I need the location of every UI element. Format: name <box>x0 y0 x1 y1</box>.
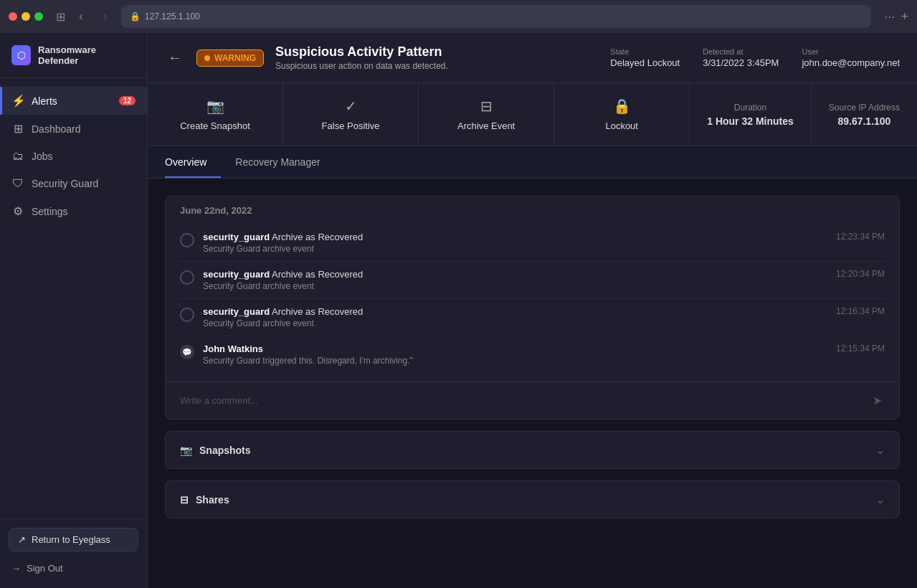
meta-state: State Delayed Lockout <box>610 47 680 69</box>
activity-text: security_guard Archive as Recovered <box>203 232 827 242</box>
return-label: Return to Eyeglass <box>32 534 110 545</box>
dashboard-icon: ⊞ <box>11 122 24 136</box>
meta-detected: Detected at 3/31/2022 3:45PM <box>703 47 779 69</box>
sidebar-label-jobs: Jobs <box>32 151 53 162</box>
archive-icon: ⊟ <box>480 98 493 115</box>
maximize-button[interactable] <box>34 12 43 21</box>
detected-value: 3/31/2022 3:45PM <box>703 57 779 68</box>
state-value: Delayed Lockout <box>610 57 680 68</box>
snapshots-left: 📷 Snapshots <box>180 445 251 456</box>
comment-input[interactable] <box>180 395 870 406</box>
url-actions: ··· + <box>884 9 908 24</box>
sidebar-bottom: ↗ Return to Eyeglass → Sign Out <box>0 518 147 588</box>
lockout-label: Lockout <box>605 120 638 131</box>
snapshots-icon: 📷 <box>180 445 192 456</box>
false-positive-button[interactable]: ✓ False Positive <box>283 83 419 146</box>
activity-time: 12:16:34 PM <box>836 306 885 316</box>
duration-value: 1 Hour 32 Minutes <box>707 115 794 127</box>
alert-subtitle: Suspicious user action on data was detec… <box>275 61 599 71</box>
back-button[interactable]: ← <box>165 47 185 69</box>
sidebar-item-jobs[interactable]: 🗂 Jobs <box>0 143 147 170</box>
sidebar-item-settings[interactable]: ⚙ Settings <box>0 197 147 225</box>
sidebar-item-security-guard[interactable]: 🛡 Security Guard <box>0 170 147 197</box>
send-comment-button[interactable]: ➤ <box>870 391 885 410</box>
return-to-eyeglass-button[interactable]: ↗ Return to Eyeglass <box>9 528 138 551</box>
alerts-icon: ⚡ <box>11 94 24 108</box>
alert-header: ← WARNING Suspicious Activity Pattern Su… <box>148 33 917 83</box>
app-container: ⬡ Ransomware Defender ⚡ Alerts 12 ⊞ Dash… <box>0 33 917 588</box>
sidebar-nav: ⚡ Alerts 12 ⊞ Dashboard 🗂 Jobs 🛡 Securit… <box>0 78 147 518</box>
shares-left: ⊟ Shares <box>180 494 229 506</box>
content-area: June 22nd, 2022 security_guard Archive a… <box>148 179 917 588</box>
activity-item: security_guard Archive as Recovered Secu… <box>177 299 888 336</box>
tab-recovery-manager[interactable]: Recovery Manager <box>221 146 334 178</box>
activity-user: security_guard <box>203 269 270 280</box>
share-button[interactable]: ··· <box>884 9 895 24</box>
detected-label: Detected at <box>703 47 779 56</box>
activity-body: John Watkins Security Guard triggered th… <box>203 343 827 366</box>
source-ip-meta: Source IP Address 89.67.1.100 <box>812 83 917 146</box>
close-button[interactable] <box>9 12 17 21</box>
comment-box: ➤ <box>166 381 899 419</box>
sidebar-label-settings: Settings <box>32 206 68 217</box>
shares-collapse-icon: ⌄ <box>875 493 885 506</box>
sidebar-item-dashboard[interactable]: ⊞ Dashboard <box>0 115 147 143</box>
activity-sub: Security Guard archive event <box>203 244 827 254</box>
activity-user: John Watkins <box>203 343 263 354</box>
state-label: State <box>610 47 680 56</box>
forward-nav-button[interactable]: › <box>97 8 114 25</box>
comment-indicator: 💬 <box>180 345 194 359</box>
url-bar[interactable]: 🔒 127.125.1.100 <box>121 5 871 28</box>
lock-icon: 🔒 <box>613 98 631 115</box>
alert-meta: State Delayed Lockout Detected at 3/31/2… <box>610 47 900 69</box>
snapshots-label: Snapshots <box>199 445 251 456</box>
brand-name: Ransomware Defender <box>38 44 136 66</box>
warning-dot <box>204 55 210 61</box>
minimize-button[interactable] <box>22 12 30 21</box>
sign-out-icon: → <box>11 563 21 574</box>
sign-out-button[interactable]: → Sign Out <box>9 557 138 579</box>
activity-text: John Watkins <box>203 343 827 354</box>
false-positive-label: False Positive <box>322 120 380 131</box>
alert-title-block: Suspicious Activity Pattern Suspicious u… <box>275 44 599 71</box>
activity-sub: Security Guard archive event <box>203 318 827 328</box>
snapshots-header[interactable]: 📷 Snapshots ⌄ <box>166 432 899 468</box>
date-header: June 22nd, 2022 <box>166 196 899 224</box>
alert-title: Suspicious Activity Pattern <box>275 44 599 60</box>
warning-label: WARNING <box>214 53 256 63</box>
source-ip-value: 89.67.1.100 <box>837 115 890 127</box>
browser-chrome: ⊞ ‹ › 🔒 127.125.1.100 ··· + <box>0 0 917 33</box>
lock-icon: 🔒 <box>130 11 141 22</box>
tabs-bar: Overview Recovery Manager <box>148 146 917 179</box>
shares-header[interactable]: ⊟ Shares ⌄ <box>166 481 899 518</box>
activity-action: Archive as Recovered <box>272 269 363 280</box>
action-bar: 📷 Create Snapshot ✓ False Positive ⊟ Arc… <box>148 83 917 146</box>
activity-item: security_guard Archive as Recovered Secu… <box>177 224 888 262</box>
snapshots-section: 📷 Snapshots ⌄ <box>165 431 900 469</box>
traffic-lights <box>9 12 43 21</box>
activity-text: security_guard Archive as Recovered <box>203 306 827 317</box>
activity-user: security_guard <box>203 306 270 317</box>
back-nav-button[interactable]: ‹ <box>72 8 90 25</box>
sidebar-toggle-button[interactable]: ⊞ <box>56 10 65 24</box>
sidebar-label-security-guard: Security Guard <box>32 178 98 189</box>
activity-text: security_guard Archive as Recovered <box>203 269 827 280</box>
alerts-badge: 12 <box>119 96 136 105</box>
brand-icon: ⬡ <box>11 45 31 65</box>
snapshots-collapse-icon: ⌄ <box>875 443 885 457</box>
activity-indicator <box>180 270 194 285</box>
camera-icon: 📷 <box>206 98 224 115</box>
sign-out-label: Sign Out <box>27 563 63 574</box>
lockout-button[interactable]: 🔒 Lockout <box>554 83 690 146</box>
create-snapshot-button[interactable]: 📷 Create Snapshot <box>148 83 283 146</box>
warning-badge: WARNING <box>196 49 264 67</box>
sidebar: ⬡ Ransomware Defender ⚡ Alerts 12 ⊞ Dash… <box>0 33 148 588</box>
new-tab-button[interactable]: + <box>901 9 908 24</box>
sidebar-label-dashboard: Dashboard <box>32 123 81 135</box>
sidebar-item-alerts[interactable]: ⚡ Alerts 12 <box>0 87 147 115</box>
shares-icon: ⊟ <box>180 494 189 506</box>
archive-event-button[interactable]: ⊟ Archive Event <box>419 83 554 146</box>
activity-sub: Security Guard triggered this. Disregard… <box>203 356 827 366</box>
activity-time: 12:20:34 PM <box>836 269 885 279</box>
tab-overview[interactable]: Overview <box>165 146 221 178</box>
